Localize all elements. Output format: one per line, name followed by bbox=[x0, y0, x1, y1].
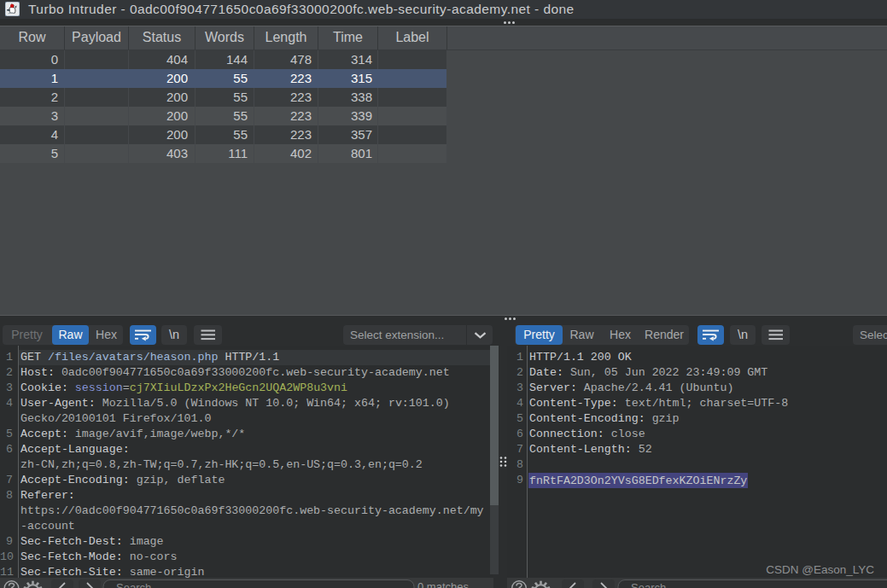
svg-text:0 matches: 0 matches bbox=[417, 580, 469, 588]
svg-text:Search: Search bbox=[116, 581, 151, 588]
svg-text:Search: Search bbox=[631, 581, 666, 588]
